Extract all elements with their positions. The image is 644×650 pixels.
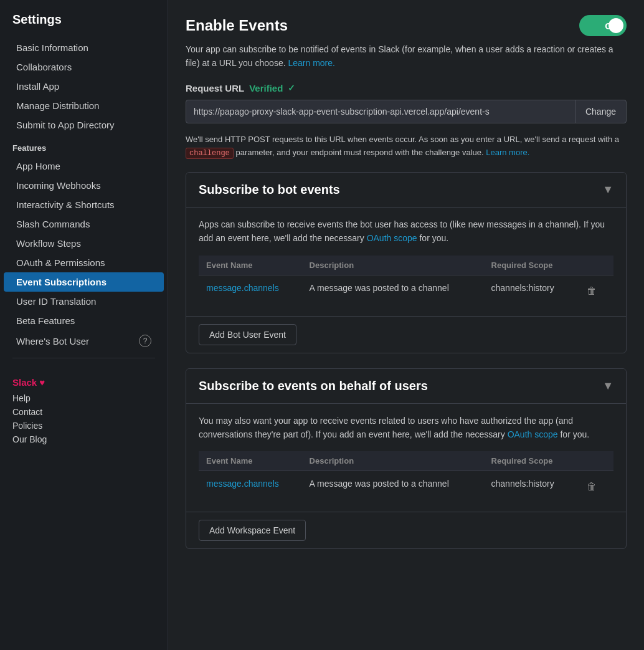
verified-badge: Verified: [249, 83, 283, 93]
bot-event-description: A message was posted to a channel: [302, 275, 484, 306]
challenge-code: challenge: [186, 148, 234, 159]
user-event-description: A message was posted to a channel: [302, 471, 484, 502]
user-events-card: Subscribe to events on behalf of users ▼…: [186, 368, 627, 550]
sidebar-item-submit-to-app-directory[interactable]: Submit to App Directory: [4, 115, 164, 135]
user-event-scope: channels:history: [484, 471, 575, 502]
col-event-name-2: Event Name: [199, 451, 302, 471]
enable-events-header: Enable Events On: [186, 15, 627, 36]
sidebar-item-slash-commands[interactable]: Slash Commands: [4, 214, 164, 234]
sidebar-item-user-id-translation[interactable]: User ID Translation: [4, 292, 164, 311]
slack-footer: Slack ♥ HelpContactPoliciesOur Blog: [0, 371, 168, 446]
col-action-1: [575, 256, 613, 275]
sidebar-item-interactivity-shortcuts[interactable]: Interactivity & Shortcuts: [4, 195, 164, 214]
delete-user-event-button[interactable]: [583, 479, 600, 494]
add-bot-event-row: Add Bot User Event: [186, 316, 626, 353]
bot-event-link[interactable]: message.channels: [206, 283, 279, 293]
bot-event-scope: channels:history: [484, 275, 575, 306]
request-url-label: Request URL Verified ✓: [186, 83, 627, 93]
add-bot-user-event-button[interactable]: Add Bot User Event: [199, 324, 296, 345]
request-url-input[interactable]: [186, 100, 575, 123]
sidebar-item-incoming-webhooks[interactable]: Incoming Webhooks: [4, 176, 164, 195]
sidebar-item-collaborators[interactable]: Collaborators: [4, 57, 164, 77]
enable-events-title: Enable Events: [186, 17, 288, 34]
col-scope-2: Required Scope: [484, 451, 575, 471]
sidebar-item-manage-distribution[interactable]: Manage Distribution: [4, 96, 164, 115]
toggle-container[interactable]: On: [579, 15, 627, 36]
trash-icon: [587, 284, 597, 297]
user-event-name: message.channels: [199, 471, 302, 502]
user-events-table: Event Name Description Required Scope me…: [199, 451, 613, 502]
footer-link-policies[interactable]: Policies: [12, 419, 155, 433]
help-icon[interactable]: ?: [139, 335, 151, 347]
check-icon: ✓: [288, 83, 295, 93]
table-row: message.channels A message was posted to…: [199, 471, 613, 502]
user-events-description: You may also want your app to receive ev…: [199, 414, 613, 442]
sidebar-item-oauth-permissions[interactable]: OAuth & Permissions: [4, 253, 164, 272]
bot-events-chevron[interactable]: ▼: [602, 183, 613, 196]
sidebar-item-basic-information[interactable]: Basic Information: [4, 38, 164, 57]
sidebar: Settings Basic InformationCollaboratorsI…: [0, 0, 168, 650]
bot-event-name: message.channels: [199, 275, 302, 306]
toggle-knob: [608, 18, 623, 33]
sidebar-title: Settings: [0, 12, 168, 38]
user-events-body: You may also want your app to receive ev…: [186, 404, 626, 512]
col-description-2: Description: [302, 451, 484, 471]
http-note: We'll send HTTP POST requests to this UR…: [186, 133, 627, 160]
add-workspace-event-button[interactable]: Add Workspace Event: [199, 520, 306, 541]
trash-icon: [587, 480, 597, 492]
learn-more-link-1[interactable]: Learn more.: [288, 58, 334, 68]
sidebar-item-install-app[interactable]: Install App: [4, 77, 164, 96]
user-event-link[interactable]: message.channels: [206, 479, 279, 489]
col-description-1: Description: [302, 256, 484, 275]
bot-events-oauth-link[interactable]: OAuth scope: [367, 233, 417, 243]
sidebar-divider: [12, 358, 155, 358]
footer-link-contact[interactable]: Contact: [12, 405, 155, 419]
user-events-oauth-link[interactable]: OAuth scope: [508, 429, 558, 439]
learn-more-link-2[interactable]: Learn more.: [486, 148, 529, 157]
col-action-2: [575, 451, 613, 471]
bot-events-table-header: Event Name Description Required Scope: [199, 256, 613, 275]
enable-events-toggle[interactable]: On: [579, 15, 627, 36]
sidebar-item-app-home[interactable]: App Home: [4, 156, 164, 176]
features-section-label: Features: [0, 135, 168, 156]
url-input-row: Change: [186, 100, 627, 123]
user-events-header: Subscribe to events on behalf of users ▼: [186, 369, 626, 404]
enable-events-description: Your app can subscribe to be notified of…: [186, 42, 627, 70]
sidebar-item-workflow-steps[interactable]: Workflow Steps: [4, 234, 164, 253]
bot-events-description: Apps can subscribe to receive events the…: [199, 217, 613, 246]
add-workspace-event-row: Add Workspace Event: [186, 512, 626, 548]
footer-link-help[interactable]: Help: [12, 391, 155, 405]
sidebar-item-beta-features[interactable]: Beta Features: [4, 311, 164, 330]
bot-events-table: Event Name Description Required Scope me…: [199, 256, 613, 306]
col-event-name-1: Event Name: [199, 256, 302, 275]
bot-events-title: Subscribe to bot events: [199, 183, 340, 197]
bot-events-header: Subscribe to bot events ▼: [186, 173, 626, 208]
slack-brand: Slack ♥: [12, 377, 155, 388]
user-events-table-header: Event Name Description Required Scope: [199, 451, 613, 471]
sidebar-item-event-subscriptions[interactable]: Event Subscriptions: [4, 272, 164, 292]
sidebar-item-wheres-bot-user[interactable]: Where's Bot User?: [4, 330, 164, 351]
user-events-title: Subscribe to events on behalf of users: [199, 379, 428, 393]
bot-events-card: Subscribe to bot events ▼ Apps can subsc…: [186, 172, 627, 353]
table-row: message.channels A message was posted to…: [199, 275, 613, 306]
user-events-chevron[interactable]: ▼: [602, 380, 613, 393]
delete-bot-event-button[interactable]: [583, 283, 600, 299]
col-scope-1: Required Scope: [484, 256, 575, 275]
footer-link-our-blog[interactable]: Our Blog: [12, 433, 155, 446]
bot-events-body: Apps can subscribe to receive events the…: [186, 208, 626, 316]
user-event-delete-cell: [575, 471, 613, 502]
main-content: Enable Events On Your app can subscribe …: [168, 0, 644, 650]
bot-event-delete-cell: [575, 275, 613, 306]
change-button[interactable]: Change: [575, 100, 626, 123]
